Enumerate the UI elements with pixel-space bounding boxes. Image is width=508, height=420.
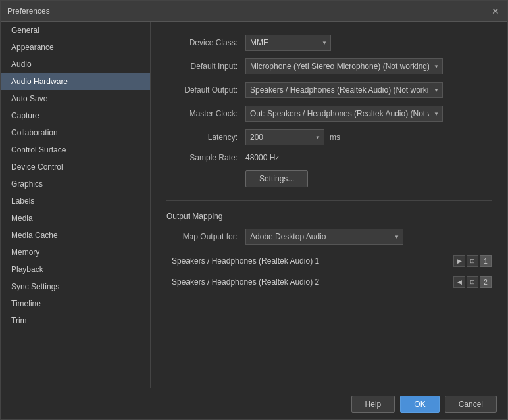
latency-row: Latency: 200 ms xyxy=(166,129,492,145)
sidebar-item-trim[interactable]: Trim xyxy=(1,312,150,329)
latency-select[interactable]: 200 xyxy=(245,129,324,145)
latency-select-wrap: 200 xyxy=(245,129,324,145)
default-input-select[interactable]: Microphone (Yeti Stereo Microphone) (Not… xyxy=(245,58,443,74)
channel-assign-btn-2[interactable]: ⊡ xyxy=(467,276,478,288)
channel-buttons-2: ◀⊡2 xyxy=(453,276,492,288)
output-mapping-section: Output Mapping Map Output for: Adobe Des… xyxy=(166,212,492,291)
latency-field: 200 ms xyxy=(245,129,492,145)
sidebar-item-media[interactable]: Media xyxy=(1,210,150,227)
channel-play-btn-2[interactable]: ◀ xyxy=(453,276,465,288)
sidebar-item-general[interactable]: General xyxy=(1,22,150,39)
divider xyxy=(166,200,492,201)
sidebar-item-timeline[interactable]: Timeline xyxy=(1,295,150,312)
master-clock-select-wrap: Out: Speakers / Headphones (Realtek Audi… xyxy=(245,106,443,122)
sidebar-item-audio[interactable]: Audio xyxy=(1,56,150,73)
output-channel-1: Speakers / Headphones (Realtek Audio) 1▶… xyxy=(172,252,492,269)
preferences-dialog: Preferences ✕ GeneralAppearanceAudioAudi… xyxy=(0,0,508,420)
settings-button[interactable]: Settings... xyxy=(245,170,308,187)
master-clock-select[interactable]: Out: Speakers / Headphones (Realtek Audi… xyxy=(245,106,443,122)
map-output-select[interactable]: Adobe Desktop Audio xyxy=(245,229,403,245)
close-button[interactable]: ✕ xyxy=(490,6,501,16)
device-class-label: Device Class: xyxy=(166,38,245,47)
device-class-select-wrap: MME xyxy=(245,35,331,51)
device-class-field: MME xyxy=(245,35,492,51)
map-output-row: Map Output for: Adobe Desktop Audio xyxy=(166,229,492,245)
default-output-label: Default Output: xyxy=(166,85,245,95)
cancel-button[interactable]: Cancel xyxy=(445,396,497,413)
device-class-select[interactable]: MME xyxy=(245,35,331,51)
dialog-title: Preferences xyxy=(7,7,50,16)
channel-play-btn-1[interactable]: ▶ xyxy=(453,255,465,267)
sidebar-item-playback[interactable]: Playback xyxy=(1,261,150,278)
default-input-label: Default Input: xyxy=(166,62,245,71)
master-clock-row: Master Clock: Out: Speakers / Headphones… xyxy=(166,106,492,122)
default-input-field: Microphone (Yeti Stereo Microphone) (Not… xyxy=(245,58,492,74)
channel-name-2: Speakers / Headphones (Realtek Audio) 2 xyxy=(172,277,453,287)
default-output-row: Default Output: Speakers / Headphones (R… xyxy=(166,82,492,98)
sidebar: GeneralAppearanceAudioAudio HardwareAuto… xyxy=(1,22,151,388)
settings-row: Settings... xyxy=(166,170,492,187)
master-clock-field: Out: Speakers / Headphones (Realtek Audi… xyxy=(245,106,492,122)
sidebar-item-auto-save[interactable]: Auto Save xyxy=(1,90,150,107)
latency-unit: ms xyxy=(330,133,340,142)
sample-rate-field: 48000 Hz xyxy=(245,153,492,162)
map-output-select-wrap: Adobe Desktop Audio xyxy=(245,229,403,245)
default-output-select[interactable]: Speakers / Headphones (Realtek Audio) (N… xyxy=(245,82,443,98)
latency-label: Latency: xyxy=(166,133,245,142)
output-channel-2: Speakers / Headphones (Realtek Audio) 2◀… xyxy=(172,273,492,291)
default-input-row: Default Input: Microphone (Yeti Stereo M… xyxy=(166,58,492,74)
latency-controls: 200 ms xyxy=(245,129,492,145)
sidebar-item-control-surface[interactable]: Control Surface xyxy=(1,141,150,158)
channels-container: Speakers / Headphones (Realtek Audio) 1▶… xyxy=(172,252,492,291)
title-bar: Preferences ✕ xyxy=(1,1,507,22)
output-mapping-title: Output Mapping xyxy=(166,212,492,221)
sidebar-item-labels[interactable]: Labels xyxy=(1,193,150,210)
default-output-field: Speakers / Headphones (Realtek Audio) (N… xyxy=(245,82,492,98)
sidebar-item-memory[interactable]: Memory xyxy=(1,244,150,261)
dialog-body: GeneralAppearanceAudioAudio HardwareAuto… xyxy=(1,22,507,388)
footer: Help OK Cancel xyxy=(1,388,507,419)
sample-rate-value: 48000 Hz xyxy=(245,153,279,162)
master-clock-label: Master Clock: xyxy=(166,109,245,118)
default-input-select-wrap: Microphone (Yeti Stereo Microphone) (Not… xyxy=(245,58,443,74)
channel-buttons-1: ▶⊡1 xyxy=(453,255,492,267)
sidebar-item-capture[interactable]: Capture xyxy=(1,107,150,124)
sample-rate-label: Sample Rate: xyxy=(166,153,245,162)
channel-num-2: 2 xyxy=(480,276,492,288)
default-output-select-wrap: Speakers / Headphones (Realtek Audio) (N… xyxy=(245,82,443,98)
channel-name-1: Speakers / Headphones (Realtek Audio) 1 xyxy=(172,256,453,266)
sidebar-item-graphics[interactable]: Graphics xyxy=(1,175,150,193)
channel-assign-btn-1[interactable]: ⊡ xyxy=(467,255,478,267)
device-class-row: Device Class: MME xyxy=(166,35,492,51)
main-content: Device Class: MME Default Input: xyxy=(151,22,507,388)
sidebar-item-audio-hardware[interactable]: Audio Hardware xyxy=(1,73,150,90)
help-button[interactable]: Help xyxy=(351,396,395,413)
sample-rate-row: Sample Rate: 48000 Hz xyxy=(166,153,492,162)
device-class-section: Device Class: MME Default Input: xyxy=(166,35,492,187)
sidebar-item-collaboration[interactable]: Collaboration xyxy=(1,124,150,141)
channel-num-1: 1 xyxy=(480,255,492,267)
sidebar-item-device-control[interactable]: Device Control xyxy=(1,158,150,175)
sidebar-item-appearance[interactable]: Appearance xyxy=(1,39,150,56)
sidebar-item-media-cache[interactable]: Media Cache xyxy=(1,227,150,244)
map-output-label: Map Output for: xyxy=(166,232,245,241)
sidebar-item-sync-settings[interactable]: Sync Settings xyxy=(1,278,150,295)
ok-button[interactable]: OK xyxy=(400,396,439,413)
